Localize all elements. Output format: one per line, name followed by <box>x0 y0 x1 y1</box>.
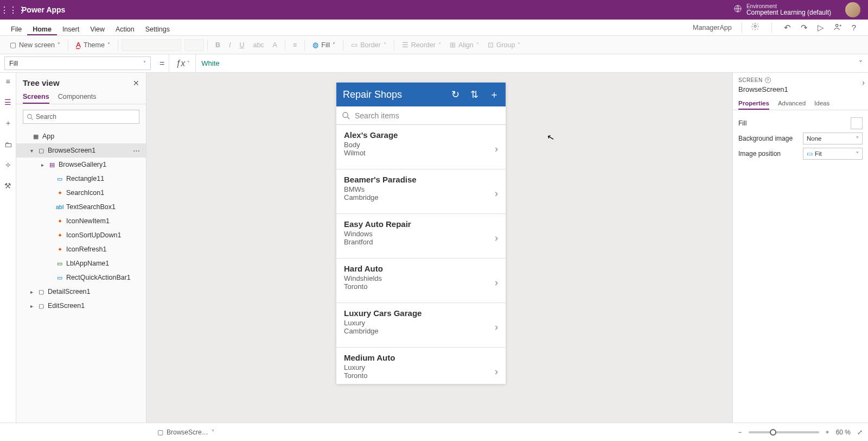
prop-bgimage-select[interactable]: None˅ <box>803 133 863 144</box>
chevron-right-icon[interactable]: › <box>495 143 498 155</box>
property-selector[interactable]: Fill ˅ <box>4 56 151 70</box>
chevron-right-icon[interactable]: › <box>495 232 498 244</box>
tree-item[interactable]: ablTextSearchBox1 <box>16 200 146 214</box>
add-icon[interactable]: ＋ <box>489 88 499 101</box>
tree-item[interactable]: ▾▢BrowseScreen1⋯ <box>16 143 146 158</box>
chevron-right-icon[interactable]: › <box>495 188 498 199</box>
twist-icon[interactable]: ▸ <box>28 289 35 295</box>
list-item[interactable]: Easy Auto RepairWindowsBrantford› <box>336 214 506 259</box>
more-icon[interactable]: ⋯ <box>133 147 141 155</box>
expand-props-icon[interactable]: › <box>862 78 865 87</box>
props-tab-ideas[interactable]: Ideas <box>814 98 829 110</box>
reorder-button[interactable]: ☰ Reorder˅ <box>398 39 445 51</box>
tree-search-input[interactable]: Search <box>23 110 139 124</box>
list-item[interactable]: Luxury Cars GarageLuxuryCambridge› <box>336 303 506 348</box>
font-color-button[interactable]: A <box>269 39 282 51</box>
expand-formula-icon[interactable]: ˅ <box>853 59 868 68</box>
menu-settings[interactable]: Settings <box>140 22 175 35</box>
zoom-slider[interactable] <box>749 431 819 433</box>
info-icon[interactable]: ? <box>765 77 771 83</box>
sort-icon[interactable]: ⇅ <box>470 89 478 100</box>
twist-icon[interactable]: ▸ <box>28 303 35 309</box>
rail-data-icon[interactable]: 🗀 <box>4 140 12 149</box>
rail-media-icon[interactable]: ✧ <box>5 161 11 169</box>
rail-insert-icon[interactable]: ＋ <box>4 118 12 128</box>
refresh-icon[interactable]: ↻ <box>451 89 459 100</box>
menu-action[interactable]: Action <box>110 22 140 35</box>
tree-item-icon: ▭ <box>55 274 64 281</box>
tree-item[interactable]: ✦IconSortUpDown1 <box>16 228 146 242</box>
menu-insert[interactable]: Insert <box>57 22 85 35</box>
screen-indicator-icon: ▢ <box>157 429 163 436</box>
tree-item[interactable]: ▦App <box>16 129 146 143</box>
svg-point-1 <box>835 24 838 26</box>
props-tab-advanced[interactable]: Advanced <box>778 98 806 110</box>
menu-home[interactable]: Home <box>27 22 57 35</box>
menu-file[interactable]: File <box>5 22 27 35</box>
tree-item-label: EditScreen1 <box>48 302 85 310</box>
tree-item[interactable]: ✦IconNewItem1 <box>16 214 146 228</box>
undo-icon[interactable]: ↶ <box>784 23 791 33</box>
text-align-button[interactable]: ≡ <box>289 39 301 51</box>
phone-search[interactable]: Search items <box>336 106 506 125</box>
play-icon[interactable]: ▷ <box>818 23 824 33</box>
font-size-select[interactable] <box>184 39 204 51</box>
tree-item[interactable]: ▸▤BrowseGallery1 <box>16 158 146 172</box>
canvas-area[interactable]: Repair Shops ↻ ⇅ ＋ Search items Alex's G… <box>146 73 732 423</box>
tree-item[interactable]: ✦SearchIcon1 <box>16 186 146 200</box>
fit-screen-icon[interactable]: ⤢ <box>857 429 863 436</box>
align-button[interactable]: ⊞ Align˅ <box>445 39 483 51</box>
tree-item[interactable]: ▭LblAppName1 <box>16 256 146 270</box>
tree-item[interactable]: ▭RectQuickActionBar1 <box>16 270 146 285</box>
fx-label[interactable]: ƒx ˅ <box>169 54 196 72</box>
list-item[interactable]: Alex's GarageBodyWilmot› <box>336 125 506 169</box>
twist-icon[interactable]: ▾ <box>28 148 35 154</box>
theme-button[interactable]: A̲ Theme˅ <box>72 39 114 51</box>
close-tree-icon[interactable]: ✕ <box>133 79 139 87</box>
tree-item[interactable]: ▭Rectangle11 <box>16 172 146 186</box>
chevron-right-icon[interactable]: › <box>495 322 498 333</box>
tree-item-icon: ✦ <box>55 190 64 197</box>
bold-button[interactable]: B <box>211 39 225 51</box>
new-screen-button[interactable]: ▢ New screen˅ <box>5 39 65 51</box>
border-button[interactable]: ▭ Border˅ <box>347 39 391 51</box>
app-checker-icon[interactable] <box>751 22 760 33</box>
tree-item[interactable]: ✦IconRefresh1 <box>16 242 146 256</box>
list-item[interactable]: Beamer's ParadiseBMWsCambridge› <box>336 169 506 214</box>
border-label: Border <box>360 41 381 49</box>
waffle-icon[interactable]: ⋮⋮⋮ <box>0 5 22 15</box>
rail-hamburger-icon[interactable]: ≡ <box>5 77 10 86</box>
menu-view[interactable]: View <box>85 22 110 35</box>
tree-item[interactable]: ▸▢DetailScreen1 <box>16 285 146 299</box>
environment-icon <box>733 4 742 15</box>
list-item[interactable]: Hard AutoWindshieldsToronto› <box>336 259 506 303</box>
prop-imgpos-select[interactable]: ▭Fit˅ <box>803 148 863 160</box>
help-icon[interactable]: ? <box>852 23 856 32</box>
formula-input[interactable]: White <box>196 59 853 67</box>
zoom-in-icon[interactable]: + <box>826 429 829 436</box>
font-family-select[interactable] <box>122 39 181 51</box>
italic-button[interactable]: I <box>225 39 235 51</box>
twist-icon[interactable]: ▸ <box>39 162 46 168</box>
chevron-right-icon[interactable]: › <box>495 366 498 377</box>
list-item[interactable]: Medium AutoLuxuryToronto› <box>336 348 506 384</box>
fill-button[interactable]: ◍ Fill˅ <box>308 39 340 51</box>
screen-icon: ▢ <box>10 41 16 49</box>
chevron-right-icon[interactable]: › <box>495 277 498 288</box>
group-button[interactable]: ⊡ Group˅ <box>483 39 525 51</box>
screen-indicator-name[interactable]: BrowseScre… <box>167 429 208 436</box>
underline-button[interactable]: U <box>235 39 248 51</box>
share-icon[interactable] <box>834 23 842 33</box>
environment-picker[interactable]: Environment Competent Learning (default) <box>733 3 831 16</box>
zoom-out-icon[interactable]: − <box>738 429 742 436</box>
tree-item[interactable]: ▸▢EditScreen1 <box>16 299 146 313</box>
prop-fill-swatch[interactable] <box>851 117 863 129</box>
tab-components[interactable]: Components <box>58 90 97 104</box>
tab-screens[interactable]: Screens <box>23 90 49 104</box>
rail-tree-icon[interactable]: ☰ <box>4 98 11 106</box>
strike-button[interactable]: abc <box>248 39 268 51</box>
props-tab-properties[interactable]: Properties <box>738 98 769 110</box>
rail-tools-icon[interactable]: ⚒ <box>4 181 11 190</box>
avatar[interactable] <box>845 2 860 17</box>
redo-icon[interactable]: ↷ <box>801 23 808 33</box>
